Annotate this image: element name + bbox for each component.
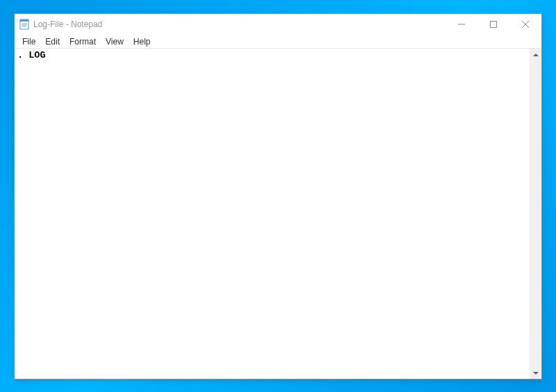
- menu-help[interactable]: Help: [129, 35, 156, 48]
- vertical-scrollbar[interactable]: [530, 49, 541, 379]
- svg-marker-9: [533, 54, 539, 56]
- window-title: Log-File - Notepad: [33, 14, 445, 35]
- window-controls: [445, 14, 541, 35]
- titlebar[interactable]: Log-File - Notepad: [15, 14, 541, 35]
- svg-marker-10: [533, 372, 539, 375]
- menubar: File Edit Format View Help: [15, 35, 541, 49]
- menu-file[interactable]: File: [17, 35, 40, 48]
- text-editor[interactable]: . LOG: [15, 49, 530, 379]
- notepad-window: Log-File - Notepad File Edit Format View…: [14, 13, 542, 379]
- notepad-icon: [19, 19, 30, 30]
- menu-view[interactable]: View: [101, 35, 129, 48]
- scrollbar-track[interactable]: [530, 60, 541, 367]
- scroll-down-button[interactable]: [530, 367, 541, 379]
- minimize-button[interactable]: [445, 14, 477, 35]
- maximize-button[interactable]: [477, 14, 509, 35]
- scroll-up-button[interactable]: [530, 49, 541, 60]
- menu-format[interactable]: Format: [65, 35, 101, 48]
- close-button[interactable]: [509, 14, 541, 35]
- svg-rect-6: [491, 22, 497, 28]
- svg-rect-1: [20, 19, 28, 22]
- editor-area: . LOG: [15, 49, 541, 379]
- menu-edit[interactable]: Edit: [40, 35, 65, 48]
